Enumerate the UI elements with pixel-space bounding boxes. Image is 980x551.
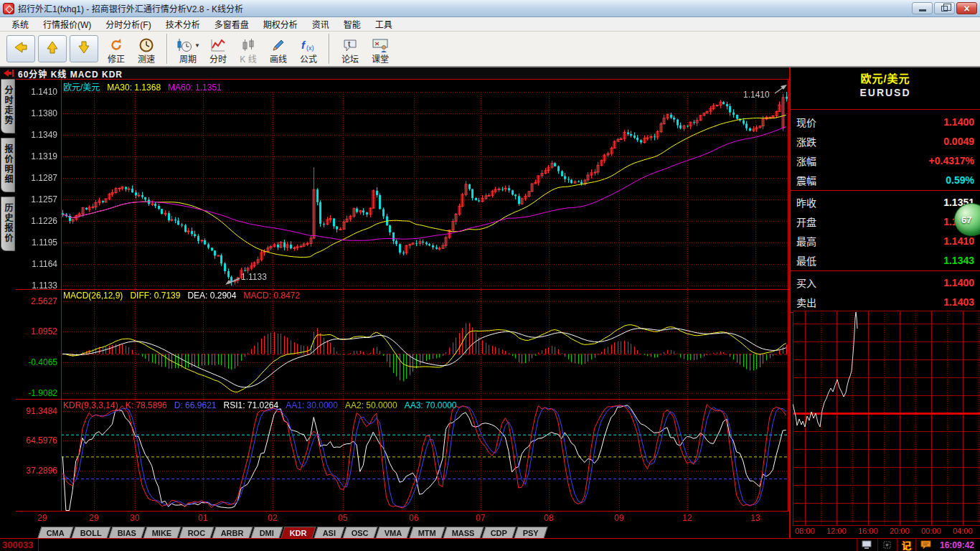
menu-item-行情报价W[interactable]: 行情报价(W) (36, 17, 98, 32)
indicator-tab-PSY[interactable]: PSY (514, 527, 547, 538)
toolbar-button-timeline[interactable]: 分时 (203, 32, 233, 65)
toolbar-button-candles[interactable]: K 线 (233, 32, 263, 65)
status-bar: 300033 记16:09:42 (0, 538, 980, 551)
status-computer-icon[interactable] (857, 539, 877, 551)
kdr-axis-label: 64.5976 (16, 435, 57, 446)
arrow-up-button[interactable] (38, 35, 67, 62)
kdr-axis-label: 37.2896 (16, 466, 57, 476)
price-axis-label: 1.1319 (16, 151, 57, 161)
minimize-icon (919, 9, 926, 11)
toolbar-button-clock[interactable]: 测速 (131, 32, 161, 65)
legend-item: K: 78.5896 (126, 400, 167, 410)
indicator-tab-label: MTM (418, 529, 436, 537)
candles-icon (240, 36, 256, 55)
mini-time-label: 04:00 (953, 527, 973, 535)
toolbar-button-label: 画线 (270, 55, 287, 65)
toolbar-button-forum[interactable]: t论坛 (335, 32, 365, 65)
quote-label: 最高 (796, 234, 816, 248)
date-label: 30 (130, 513, 139, 523)
menu-item-期权分析[interactable]: 期权分析 (256, 17, 305, 32)
indicator-tab-label: KDR (290, 529, 307, 537)
toolbar-button-classroom[interactable]: 课堂 (365, 32, 395, 65)
menu-item-技术分析[interactable]: 技术分析 (159, 17, 207, 32)
status-note-icon[interactable]: 记 (897, 539, 915, 551)
indicator-tab-ASI[interactable]: ASI (314, 527, 345, 538)
indicator-tab-MIKE[interactable]: MIKE (143, 527, 182, 538)
quote-label: 卖出 (796, 295, 816, 309)
indicator-tab-MASS[interactable]: MASS (443, 527, 484, 538)
arrow-down-button[interactable] (70, 35, 98, 62)
sidebar-tab-分时走势[interactable]: 分时走势 (1, 79, 15, 133)
legend-item: AA3: 70.0000 (405, 400, 457, 410)
date-label: 29 (37, 513, 47, 523)
sidebar-tab-报价明细[interactable]: 报价明细 (1, 138, 15, 192)
indicator-tab-VMA[interactable]: VMA (376, 527, 412, 538)
indicator-tab-label: CDP (490, 529, 507, 537)
quote-panel: 欧元/美元 EURUSD 现价1.1400涨跌0.0049涨幅+0.4317%震… (789, 67, 980, 538)
divider (791, 109, 980, 110)
indicator-tab-label: ROC (188, 529, 205, 537)
menu-item-系统[interactable]: 系统 (4, 17, 36, 32)
indicator-tab-label: MASS (452, 529, 475, 537)
quote-value: 0.59% (946, 174, 974, 186)
mini-time-label: 20:00 (890, 527, 910, 535)
toolbar-button-formula[interactable]: f(x)公式 (293, 32, 324, 65)
divider (791, 270, 980, 272)
mini-time-label: 16:00 (858, 527, 878, 535)
restore-button[interactable] (934, 2, 955, 14)
quote-value: 1.1343 (943, 255, 974, 266)
menu-item-分时分析F[interactable]: 分时分析(F) (98, 17, 158, 32)
status-message-icon[interactable] (915, 539, 936, 551)
menu-item-多窗看盘[interactable]: 多窗看盘 (207, 17, 256, 32)
macd-axis-label: -0.4065 (16, 357, 57, 367)
high-price-annotation: 1.1410 (743, 90, 770, 100)
indicator-tab-KDR[interactable]: KDR (281, 527, 316, 538)
arrow-left-button[interactable] (6, 35, 35, 62)
svg-text:(x): (x) (306, 44, 314, 52)
formula-icon: f(x) (300, 36, 317, 55)
chart-mode-icon (2, 69, 15, 77)
toolbar-button-pencil[interactable]: 画线 (263, 32, 293, 65)
quote-row-最高: 最高1.1410 (791, 231, 980, 250)
floating-ball-value: 67 (961, 215, 971, 225)
quote-value: 0.0049 (943, 136, 974, 147)
indicator-tab-BOLL[interactable]: BOLL (71, 527, 110, 538)
menu-item-资讯[interactable]: 资讯 (305, 17, 336, 32)
restore-icon (941, 6, 948, 11)
legend-item: AA1: 30.0000 (286, 400, 338, 410)
indicator-tab-MTM[interactable]: MTM (409, 527, 445, 538)
quote-label: 涨幅 (796, 154, 816, 168)
quote-row-最低: 最低1.1343 (791, 250, 980, 270)
indicator-tab-ARBR[interactable]: ARBR (212, 527, 253, 538)
app-window: 招行外汇1(fxhq1) - 招商银行外汇通行情分析V2.8 - K线分析 × … (0, 0, 980, 551)
legend-item: MACD(26,12,9) (63, 291, 123, 301)
price-axis-label: 1.1164 (16, 259, 57, 269)
menu-item-工具[interactable]: 工具 (368, 17, 400, 32)
menu-item-智能[interactable]: 智能 (336, 17, 368, 32)
indicator-tab-CDP[interactable]: CDP (481, 527, 516, 538)
left-sidebar-tabs: 分时走势报价明细历史报价 (0, 79, 16, 255)
legend-item: MA30: 1.1368 (107, 83, 161, 93)
indicator-tab-label: BIAS (118, 529, 136, 537)
indicator-tab-BIAS[interactable]: BIAS (108, 527, 145, 538)
low-annotation-arrow-icon (222, 276, 241, 286)
indicator-tab-OSC[interactable]: OSC (343, 527, 378, 538)
indicator-tab-ROC[interactable]: ROC (179, 527, 215, 538)
title-bar: 招行外汇1(fxhq1) - 招商银行外汇通行情分析V2.8 - K线分析 × (0, 0, 980, 17)
status-dim-icon[interactable] (877, 539, 897, 551)
minimize-button[interactable] (912, 2, 933, 14)
sidebar-tab-历史报价[interactable]: 历史报价 (1, 197, 15, 251)
status-code: 300033 (0, 539, 39, 551)
toolbar-button-refresh[interactable]: 修正 (101, 32, 131, 65)
toolbar-button-label: 周期 (179, 55, 197, 65)
toolbar-button-period[interactable]: ▼周期 (173, 32, 203, 65)
date-axis: 292930010205060708091213 (0, 512, 789, 524)
period-icon: ▼ (176, 36, 200, 55)
indicator-tab-CMA[interactable]: CMA (37, 527, 73, 538)
indicator-tab-DMI[interactable]: DMI (250, 527, 283, 538)
main-chart-legend: 欧元/美元MA30: 1.1368MA60: 1.1351 (63, 80, 229, 93)
quote-label: 开盘 (796, 215, 816, 229)
close-button[interactable]: × (956, 2, 977, 14)
price-axis-label: 1.1349 (16, 130, 57, 140)
legend-item: MA60: 1.1351 (168, 83, 222, 93)
